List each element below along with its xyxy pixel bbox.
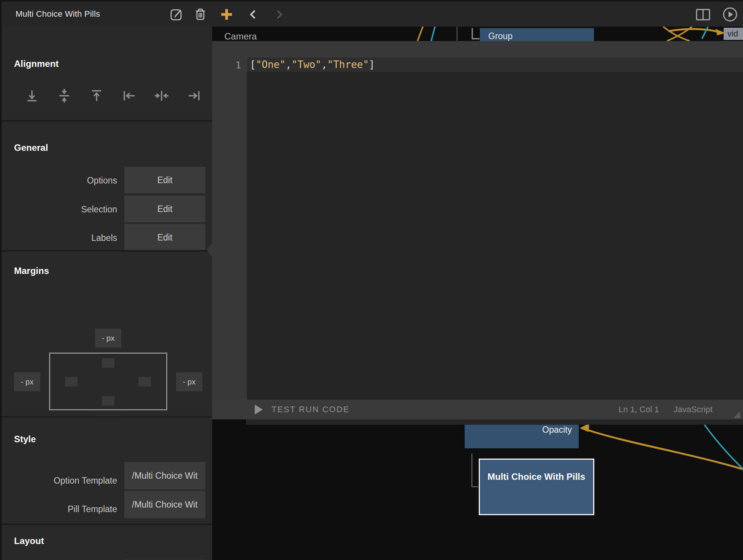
align-horizontal-center-icon (153, 87, 170, 104)
code-area[interactable]: ["One","Two","Three"] (246, 57, 743, 425)
properties-panel: Alignment (0, 27, 212, 560)
align-right-button[interactable] (186, 87, 202, 104)
opacity-node-title: Opacity (542, 425, 572, 435)
navigate-forward-button[interactable] (272, 8, 286, 21)
edit-icon (170, 7, 184, 21)
alignment-section: Alignment (2, 27, 214, 120)
language-indicator[interactable]: JavaScript (673, 405, 713, 414)
code-editor-popover: 1 ["One","Two","Three"] TEST RUN CODE Ln… (212, 41, 743, 419)
style-section: Style Option Template /Multi Choice Wit … (2, 416, 214, 524)
popover-arrow (207, 243, 212, 257)
options-edit-button[interactable]: Edit (124, 167, 205, 193)
alignment-heading: Alignment (14, 59, 59, 69)
chevron-left-icon (246, 8, 260, 21)
margin-right-field[interactable]: - px (176, 372, 202, 391)
panel-title: Multi Choice With Pills (16, 9, 100, 19)
layout-section: Layout (2, 524, 214, 560)
align-bottom-button[interactable] (24, 87, 40, 104)
align-top-button[interactable] (88, 87, 105, 104)
split-view-icon (694, 7, 712, 22)
align-bottom-icon (24, 87, 40, 104)
wires-top (212, 27, 743, 41)
chevron-right-icon (272, 8, 286, 21)
run-play-icon (254, 404, 263, 415)
alignment-toolbar (24, 87, 202, 104)
pill-template-label: Pill Template (68, 504, 117, 514)
option-template-label: Option Template (54, 476, 117, 486)
navigate-back-button[interactable] (246, 8, 260, 21)
align-vertical-center-button[interactable] (56, 87, 73, 104)
margin-left-handle[interactable] (65, 377, 78, 386)
labels-label: Labels (91, 233, 117, 243)
align-right-icon (186, 87, 202, 104)
selected-node-multi-choice-with-pills[interactable]: Multi Choice With Pills (479, 459, 594, 515)
margin-top-handle[interactable] (102, 358, 114, 368)
general-section: General Options Edit Selection Edit Labe… (2, 120, 214, 250)
selection-edit-button[interactable]: Edit (124, 196, 205, 222)
editor-status-bar: TEST RUN CODE Ln 1, Col 1 JavaScript (212, 400, 743, 419)
align-top-icon (88, 87, 105, 104)
split-view-button[interactable] (694, 7, 712, 22)
node-graph-canvas[interactable]: Camera Group vid Opacity Multi Choice Wi… (212, 27, 743, 560)
align-left-icon (121, 87, 138, 104)
delete-button[interactable] (193, 7, 208, 21)
resize-grip[interactable] (731, 409, 741, 419)
group-node-title: Group (488, 31, 513, 41)
labels-edit-button[interactable]: Edit (124, 224, 205, 251)
graph-strip-top: Camera Group vid (212, 27, 743, 41)
options-label: Options (87, 176, 117, 186)
code-line-1[interactable]: ["One","Two","Three"] (247, 57, 743, 72)
editor-status-right: Ln 1, Col 1 JavaScript (619, 405, 713, 414)
margin-bottom-handle[interactable] (102, 396, 114, 406)
general-heading: General (14, 142, 48, 153)
play-circle-icon (722, 6, 738, 23)
rename-button[interactable] (170, 7, 184, 21)
add-node-button[interactable] (219, 7, 234, 22)
panel-header: Multi Choice With Pills (0, 2, 212, 27)
plus-icon (219, 7, 234, 22)
test-run-code-button[interactable]: TEST RUN CODE (254, 400, 349, 419)
pill-template-value[interactable]: /Multi Choice Wit (124, 491, 205, 518)
graph-area-bottom[interactable]: Opacity Multi Choice With Pills (212, 419, 743, 560)
cursor-position: Ln 1, Col 1 (619, 405, 659, 414)
selected-node-title: Multi Choice With Pills (487, 471, 585, 482)
video-node-title: vid (727, 29, 738, 38)
align-vertical-center-icon (56, 87, 73, 104)
camera-node-label[interactable]: Camera (224, 31, 257, 41)
top-bar: Multi Choice With Pills (0, 2, 743, 27)
margin-left-field[interactable]: - px (14, 372, 40, 391)
style-heading: Style (14, 434, 36, 445)
selection-label: Selection (81, 204, 117, 215)
option-template-value[interactable]: /Multi Choice Wit (124, 462, 205, 489)
run-preview-button[interactable] (722, 6, 738, 23)
group-node[interactable]: Group (480, 28, 594, 41)
app-window: Multi Choice With Pills (0, 0, 743, 560)
margin-top-field[interactable]: - px (95, 329, 121, 348)
trash-icon (193, 7, 208, 21)
margins-section: Margins - px - px - px - px (2, 250, 214, 416)
margins-heading: Margins (14, 266, 49, 276)
margin-right-handle[interactable] (138, 377, 151, 386)
layout-heading: Layout (14, 536, 44, 546)
margins-preview-box (49, 353, 167, 410)
align-left-button[interactable] (121, 87, 138, 104)
run-label: TEST RUN CODE (271, 405, 349, 414)
align-horizontal-center-button[interactable] (153, 87, 170, 104)
video-node[interactable]: vid (724, 28, 743, 40)
line-number: 1 (233, 60, 241, 71)
